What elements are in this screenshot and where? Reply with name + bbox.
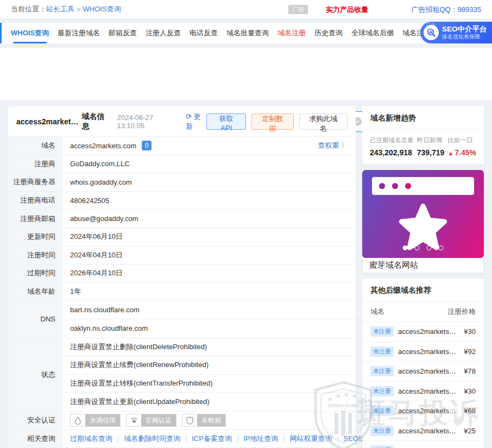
- breadcrumb-current[interactable]: WHOIS查询: [83, 4, 121, 14]
- whois-result-card: access2market… 域名信息 2024-06-27 13:10:05 …: [8, 106, 356, 448]
- status-value: 注册商设置禁止删除(clientDeleteProhibited): [62, 338, 356, 357]
- nav-bar: WHOIS查询 最新注册域名 邮箱反查 注册人反查 电话反查 域名批量查询 域名…: [0, 23, 492, 43]
- related-link[interactable]: ICP备案查询: [192, 434, 232, 444]
- up-triangle-icon: ▲: [447, 150, 453, 156]
- list-item[interactable]: 未注册 access2markets… ¥92: [362, 342, 484, 362]
- browser-dot: [405, 183, 411, 189]
- promo-link[interactable]: 实力产品收量: [326, 5, 368, 15]
- list-item[interactable]: 未注册 access2markets… ¥30: [362, 322, 484, 342]
- get-api-button[interactable]: 获取API: [206, 113, 246, 130]
- ad-banner-card[interactable]: 蜜芽域名网站: [362, 170, 484, 273]
- breadcrumb-separator: >: [77, 5, 81, 14]
- list-item[interactable]: 未注册 access2markets… ¥25: [362, 421, 484, 441]
- seo-ad-banner[interactable]: 广告 SEO中介平台 排名优化有保障: [420, 22, 492, 43]
- browser-dot: [392, 183, 398, 189]
- updated-date-value: 2024年06月10日: [62, 228, 356, 246]
- unregistered-badge[interactable]: 未注册: [370, 326, 394, 337]
- stat-total-registered: 已注册域名总量 243,202,918: [370, 136, 414, 157]
- tab-newly-registered[interactable]: 最新注册域名: [58, 28, 100, 38]
- unregistered-badge[interactable]: 未注册: [370, 346, 394, 357]
- carousel-dot-active[interactable]: [403, 245, 408, 250]
- custom-data-button[interactable]: 定制数据: [251, 113, 293, 130]
- table-row: 注册商邮箱 abuse@godaddy.com: [8, 210, 356, 228]
- breadcrumb-home-link[interactable]: 站长工具: [46, 4, 74, 14]
- sidebar: 域名新增趋势 已注册域名总量 243,202,918 昨日新增 739,719 …: [362, 106, 484, 448]
- domain-trend-card: 域名新增趋势 已注册域名总量 243,202,918 昨日新增 739,719 …: [362, 106, 484, 165]
- browser-dot: [379, 183, 385, 189]
- list-item[interactable]: 未注册 access2markets… ¥78: [362, 362, 484, 382]
- result-domain: access2market…: [16, 117, 78, 126]
- trend-title: 域名新增趋势: [362, 106, 484, 130]
- list-item[interactable]: 未注册 access2markets…: [362, 441, 484, 448]
- tab-email-reverse[interactable]: 邮箱反查: [109, 28, 137, 38]
- result-header: access2market… 域名信息 2024-06-27 13:10:05 …: [8, 106, 356, 137]
- related-link[interactable]: IP地址查询: [243, 434, 278, 444]
- tab-batch-lookup[interactable]: 域名批量查询: [226, 28, 269, 38]
- paw-icon: [127, 414, 141, 426]
- carousel-dot[interactable]: [415, 245, 420, 250]
- carousel-dot[interactable]: [439, 245, 444, 250]
- table-row-security: 安全认证 水滴信用 官网认证: [8, 412, 356, 430]
- col-price: 注册价格: [447, 307, 476, 317]
- official-site-badge[interactable]: 官网认证: [126, 414, 176, 427]
- shield-icon: [182, 414, 197, 426]
- stat-yesterday-new: 昨日新增 739,719: [417, 136, 445, 157]
- water-drop-icon: [71, 414, 85, 426]
- table-row: 注册商 GoDaddy.com,LLC: [8, 155, 356, 174]
- query-timestamp: 2024-06-27 13:10:05: [117, 113, 179, 130]
- tab-whois-lookup[interactable]: WHOIS查询: [11, 28, 49, 38]
- table-row: 域名年龄 1年: [8, 283, 356, 301]
- status-value: 注册商设置禁止转移(clientTransferProhibited): [62, 375, 356, 393]
- refresh-link[interactable]: ⟳ 更新: [186, 112, 206, 131]
- unregistered-badge[interactable]: 未注册: [370, 386, 394, 396]
- tab-global-suffix[interactable]: 全球域名后缀: [351, 28, 394, 38]
- carousel-dot[interactable]: [427, 245, 432, 250]
- breadcrumb-label: 当前位置：: [11, 4, 46, 14]
- list-item[interactable]: 未注册 access2markets… ¥68: [362, 401, 484, 421]
- chevron-right-icon: 〉: [341, 141, 348, 149]
- suggestions-header: 域名 注册价格: [362, 302, 484, 322]
- status-value: 注册商设置禁止更新(clientUpdateProhibited): [62, 393, 356, 411]
- dns-value: bart.ns.cloudflare.com: [62, 301, 356, 319]
- tab-registrant-reverse[interactable]: 注册人反查: [146, 28, 181, 38]
- stat-vs-previous-day: 比前一日 ▲7.45%: [447, 136, 476, 157]
- unregistered-badge[interactable]: 未注册: [370, 406, 394, 416]
- status-value: 注册商设置禁止续费(clientRenewProhibited): [62, 356, 356, 375]
- banner-illustration: [362, 170, 484, 258]
- tab-domain-register[interactable]: 域名注册: [277, 28, 306, 38]
- carousel-dots[interactable]: [403, 245, 444, 250]
- credit-badge[interactable]: 水滴信用: [70, 414, 121, 427]
- not-checked-badge[interactable]: 未检测: [182, 414, 226, 427]
- expire-date-value: 2026年04月10日: [62, 264, 356, 282]
- suffix-suggestions-card: 其他后缀域名推荐 域名 注册价格 未注册 access2markets… ¥30…: [362, 279, 484, 448]
- buy-domain-button[interactable]: 求购此域名: [299, 113, 348, 130]
- unregistered-badge[interactable]: 未注册: [370, 366, 394, 376]
- star-icon: [398, 202, 448, 252]
- table-row: 过期时间 2026年04月10日: [8, 264, 356, 283]
- check-weight-link[interactable]: 查权重 〉: [318, 141, 356, 150]
- unregistered-badge[interactable]: 未注册: [370, 445, 394, 448]
- refresh-icon: ⟳: [186, 112, 192, 121]
- list-item[interactable]: 未注册 access2markets… ¥30: [362, 382, 484, 402]
- related-link[interactable]: 过期域名查询: [70, 434, 112, 444]
- created-date-value: 2024年04月10日: [62, 247, 356, 264]
- table-row-status: 状态 注册商设置禁止删除(clientDeleteProhibited) 注册商…: [8, 338, 356, 412]
- tab-history-lookup[interactable]: 历史查询: [314, 28, 343, 38]
- domain-age-value: 1年: [62, 283, 356, 301]
- tab-phone-reverse[interactable]: 电话反查: [190, 28, 218, 38]
- table-row: 注册商电话 4806242505: [8, 192, 356, 210]
- table-row-related: 相关查询 过期域名查询 | 域名删除时间查询 | ICP备案查询 | IP地址查…: [8, 430, 356, 448]
- banner-caption[interactable]: 蜜芽域名网站: [362, 258, 484, 273]
- table-row: 更新时间 2024年06月10日: [8, 228, 356, 247]
- ad-contact-link[interactable]: 广告招租QQ：989335: [411, 5, 481, 15]
- table-row: 注册商服务器 whois.godaddy.com: [8, 173, 356, 192]
- registrar-phone-value: 4806242505: [62, 192, 356, 210]
- seo-banner-subtitle: 排名优化有保障: [442, 34, 487, 40]
- result-title: 域名信息: [81, 112, 110, 131]
- table-row: 域名 access2markets.com 0 查权重 〉: [8, 137, 356, 155]
- related-link[interactable]: 域名删除时间查询: [124, 434, 180, 444]
- unregistered-badge[interactable]: 未注册: [370, 426, 394, 436]
- col-domain: 域名: [370, 307, 384, 317]
- search-section: × 立即查询: [0, 48, 492, 100]
- related-link[interactable]: 网站权重查询: [289, 434, 332, 444]
